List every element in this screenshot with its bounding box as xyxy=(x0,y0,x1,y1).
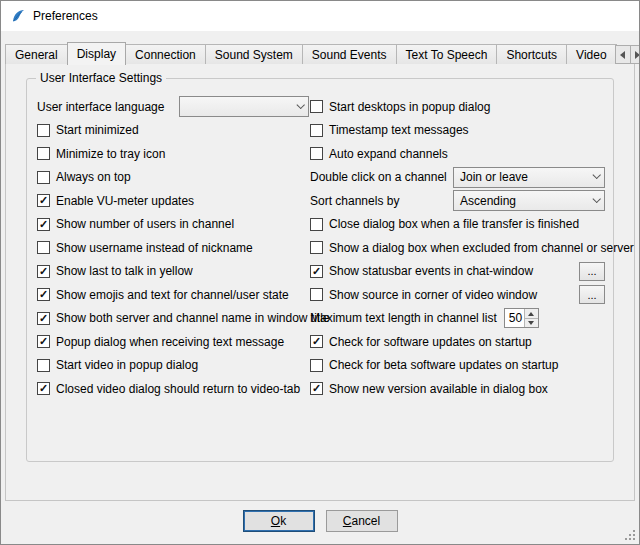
checkbox-label: Auto expand channels xyxy=(329,147,448,161)
title-bar: Preferences xyxy=(1,1,639,31)
checkbox-row[interactable]: ✓Enable VU-meter updates xyxy=(37,189,309,213)
ok-button[interactable]: Ok xyxy=(243,510,315,532)
checkbox-row[interactable]: ✓Show both server and channel name in wi… xyxy=(37,307,309,331)
spin-up-button[interactable] xyxy=(525,309,538,318)
checkbox-row[interactable]: Start minimized xyxy=(37,119,309,143)
checkbox[interactable] xyxy=(310,218,323,231)
checkbox[interactable] xyxy=(310,241,323,254)
video-source-more-button[interactable]: ... xyxy=(579,285,605,304)
checkbox[interactable]: ✓ xyxy=(37,335,50,348)
checkbox-label: Check for beta software updates on start… xyxy=(329,358,558,372)
checkbox-row[interactable]: ✓Show last to talk in yellow xyxy=(37,260,309,284)
tab-scroll-right-button[interactable] xyxy=(630,45,640,64)
checkbox-row[interactable]: ✓Closed video dialog should return to vi… xyxy=(37,377,309,401)
checkbox[interactable]: ✓ xyxy=(37,194,50,207)
checkbox-row[interactable]: Start video in popup dialog xyxy=(37,354,309,378)
checkbox-label: Popup dialog when receiving text message xyxy=(56,335,284,349)
tab-scroll-controls xyxy=(616,45,640,64)
tab-display[interactable]: Display xyxy=(67,42,126,65)
checkbox[interactable]: ✓ xyxy=(310,265,323,278)
checkbox[interactable] xyxy=(37,171,50,184)
sort-channels-label: Sort channels by xyxy=(310,194,399,208)
checkbox[interactable]: ✓ xyxy=(37,382,50,395)
tab-shortcuts[interactable]: Shortcuts xyxy=(496,44,567,64)
checkbox-label: Enable VU-meter updates xyxy=(56,194,194,208)
double-click-row: Double click on a channel Join or leave xyxy=(310,166,605,190)
checkbox-row[interactable]: ✓Check for software updates on startup xyxy=(310,330,605,354)
tab-general[interactable]: General xyxy=(5,44,68,64)
tab-sound-events[interactable]: Sound Events xyxy=(302,44,397,64)
checkbox-row[interactable]: Close dialog box when a file transfer is… xyxy=(310,213,605,237)
checkbox-label: Show new version available in dialog box xyxy=(329,382,548,396)
checkbox-label: Show a dialog box when excluded from cha… xyxy=(329,241,634,255)
checkbox[interactable] xyxy=(37,359,50,372)
triangle-right-icon xyxy=(635,51,640,59)
cancel-button[interactable]: Cancel xyxy=(326,510,398,532)
checkbox-label: Show username instead of nickname xyxy=(56,241,253,255)
checkbox[interactable] xyxy=(37,147,50,160)
left-column: User interface language Start minimized … xyxy=(37,95,309,401)
checkbox[interactable]: ✓ xyxy=(310,335,323,348)
checkbox[interactable] xyxy=(310,100,323,113)
resize-grip[interactable] xyxy=(624,529,635,540)
checkbox-label: Show number of users in channel xyxy=(56,217,234,231)
tab-scroll-left-button[interactable] xyxy=(615,45,631,64)
window-title: Preferences xyxy=(33,9,98,23)
tab-video[interactable]: Video xyxy=(566,44,616,64)
preferences-dialog: Preferences General Display Connection S… xyxy=(0,0,640,545)
checkbox-label: Check for software updates on startup xyxy=(329,335,532,349)
checkbox-row[interactable]: Timestamp text messages xyxy=(310,119,605,143)
checkbox[interactable] xyxy=(37,241,50,254)
cancel-button-label: Cancel xyxy=(343,514,380,528)
language-label: User interface language xyxy=(37,100,164,114)
checkbox-row[interactable]: ✓Show number of users in channel xyxy=(37,213,309,237)
checkbox-row[interactable]: Auto expand channels xyxy=(310,142,605,166)
tab-text-to-speech[interactable]: Text To Speech xyxy=(396,44,498,64)
checkbox-row[interactable]: ✓Show new version available in dialog bo… xyxy=(310,377,605,401)
checkbox[interactable] xyxy=(310,124,323,137)
max-text-length-row: Maximum text length in channel list 50 xyxy=(310,307,605,331)
display-tab-page: User Interface Settings User interface l… xyxy=(5,63,635,501)
checkbox[interactable]: ✓ xyxy=(310,382,323,395)
user-interface-settings-group: User Interface Settings User interface l… xyxy=(26,78,614,462)
checkbox-row[interactable]: Show a dialog box when excluded from cha… xyxy=(310,236,605,260)
checkbox-label: Start minimized xyxy=(56,123,139,137)
checkbox-row[interactable]: Minimize to tray icon xyxy=(37,142,309,166)
checkbox[interactable] xyxy=(310,147,323,160)
spin-down-button[interactable] xyxy=(525,318,538,328)
double-click-value: Join or leave xyxy=(460,170,528,184)
checkbox[interactable]: ✓ xyxy=(37,265,50,278)
statusbar-events-row[interactable]: ✓ Show statusbar events in chat-window .… xyxy=(310,260,605,284)
checkbox-label: Timestamp text messages xyxy=(329,123,469,137)
double-click-label: Double click on a channel xyxy=(310,170,447,184)
checkbox-label: Show last to talk in yellow xyxy=(56,264,193,278)
chevron-down-icon xyxy=(586,174,599,180)
checkbox-row[interactable]: ✓Popup dialog when receiving text messag… xyxy=(37,330,309,354)
checkbox[interactable]: ✓ xyxy=(37,312,50,325)
sort-channels-row: Sort channels by Ascending xyxy=(310,189,605,213)
checkbox-row[interactable]: ✓Show emojis and text for channel/user s… xyxy=(37,283,309,307)
statusbar-events-more-button[interactable]: ... xyxy=(579,262,605,281)
video-source-row[interactable]: Show source in corner of video window ..… xyxy=(310,283,605,307)
checkbox-label: Show statusbar events in chat-window xyxy=(329,264,533,278)
checkbox[interactable] xyxy=(310,359,323,372)
checkbox-row[interactable]: Start desktops in popup dialog xyxy=(310,95,605,119)
double-click-combobox[interactable]: Join or leave xyxy=(453,167,605,188)
checkbox[interactable] xyxy=(37,124,50,137)
dialog-footer: Ok Cancel xyxy=(1,510,639,532)
checkbox[interactable]: ✓ xyxy=(37,288,50,301)
checkbox-label: Show source in corner of video window xyxy=(329,288,537,302)
checkbox-row[interactable]: Always on top xyxy=(37,166,309,190)
language-combobox[interactable] xyxy=(179,96,309,117)
checkbox[interactable]: ✓ xyxy=(37,218,50,231)
checkbox-label: Show emojis and text for channel/user st… xyxy=(56,288,289,302)
checkbox-row[interactable]: Check for beta software updates on start… xyxy=(310,354,605,378)
max-text-length-value: 50 xyxy=(505,309,524,327)
tab-sound-system[interactable]: Sound System xyxy=(205,44,303,64)
tab-connection[interactable]: Connection xyxy=(125,44,206,64)
max-text-length-spinner[interactable]: 50 xyxy=(504,308,539,328)
sort-channels-combobox[interactable]: Ascending xyxy=(453,190,605,211)
checkbox-label: Show both server and channel name in win… xyxy=(56,311,330,325)
checkbox-row[interactable]: Show username instead of nickname xyxy=(37,236,309,260)
checkbox[interactable] xyxy=(310,288,323,301)
